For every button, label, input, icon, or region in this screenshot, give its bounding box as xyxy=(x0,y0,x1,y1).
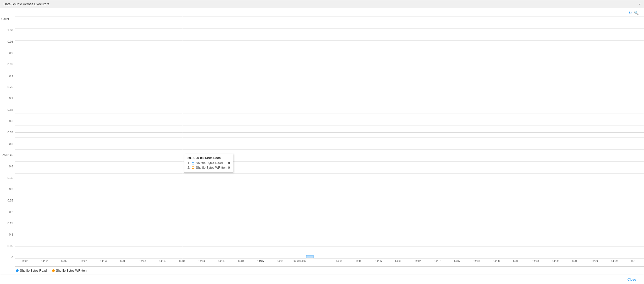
chart-area: ↻ 🔍 Count 1.00 0.95 0.9 0.85 0.8 0.75 0.… xyxy=(0,8,644,275)
tooltip-value-2: 0 xyxy=(228,166,230,170)
x-label: 14:09 xyxy=(565,260,585,263)
grid-line xyxy=(15,198,644,198)
y-label-100: 1.00 xyxy=(8,29,13,32)
grid-line xyxy=(15,101,644,101)
close-icon[interactable]: × xyxy=(639,2,641,6)
grid-line xyxy=(15,137,644,138)
tooltip-dot-orange xyxy=(192,166,194,169)
y-label-090: 0.9 xyxy=(9,52,13,54)
y-label-030: 0.3 xyxy=(9,188,13,191)
y-label-085: 0.85 xyxy=(8,63,13,66)
close-button[interactable]: Close xyxy=(628,277,636,281)
legend-label-read: Shuffle Bytes Read xyxy=(20,269,47,272)
x-label: 14:02 xyxy=(15,260,35,263)
legend-item-written: Shuffle Bytes WRItten xyxy=(52,269,87,272)
tooltip-row-1: 1. Shuffle Bytes Read 0 xyxy=(188,161,230,165)
x-label: 14:02 xyxy=(74,260,93,263)
x-label: 14:08 xyxy=(526,260,546,263)
grid-line xyxy=(15,161,644,162)
y-label-075: 0.75 xyxy=(8,86,13,89)
grid-line xyxy=(15,186,644,186)
zoom-icon[interactable]: 🔍 xyxy=(634,11,639,15)
x-label: 14:05 xyxy=(270,260,290,263)
crosshair-vertical xyxy=(183,16,183,259)
y-label-055: 0.55 xyxy=(8,131,13,134)
y-label-025: 0.25 xyxy=(8,199,13,202)
y-label-005: 0.05 xyxy=(8,245,13,248)
y-label-035: 0.35 xyxy=(8,177,13,179)
tooltip-title: 2018-06-08 14:05 Local xyxy=(188,156,230,160)
chart-main: Count 1.00 0.95 0.9 0.85 0.8 0.75 0.7 0.… xyxy=(0,16,644,267)
x-label: 14:04 xyxy=(172,260,192,263)
x-label: 14:07 xyxy=(428,260,447,263)
tooltip-label-2: Shuffle Bytes WRItten xyxy=(196,166,227,170)
grid-line xyxy=(15,222,644,222)
y-label-060: 0.6 xyxy=(9,120,13,123)
footer-bar: Close xyxy=(0,275,644,284)
grid-line xyxy=(15,77,644,77)
range-selector[interactable] xyxy=(306,255,314,258)
crosshair-horizontal xyxy=(15,133,644,133)
tooltip-row-2: 2. Shuffle Bytes WRItten 0 xyxy=(188,166,230,170)
grid-line xyxy=(15,16,644,17)
grid-line xyxy=(15,125,644,125)
x-label: 14:02 xyxy=(35,260,54,263)
refresh-icon[interactable]: ↻ xyxy=(629,11,632,15)
y-label-000: 0 xyxy=(12,256,13,259)
grid-line xyxy=(15,113,644,113)
grid-line xyxy=(15,210,644,210)
y-label-050: 0.5 xyxy=(9,143,13,145)
tooltip-dot-blue xyxy=(192,162,194,165)
x-axis: 14:02 14:02 14:02 14:02 14:03 14:03 14:0… xyxy=(15,259,644,266)
x-label: 14:03 xyxy=(93,260,113,263)
grid-line xyxy=(15,173,644,174)
y-label-040: 0.4 xyxy=(9,165,13,168)
chart-legend: Shuffle Bytes Read Shuffle Bytes WRItten xyxy=(0,267,644,275)
y-label-065: 0.65 xyxy=(8,108,13,111)
x-label: 14:03 xyxy=(113,260,133,263)
grid-line xyxy=(15,246,644,247)
grid-line xyxy=(15,149,644,150)
grid-line xyxy=(15,40,644,41)
window-title: Data Shuffle Across Executors xyxy=(3,2,49,6)
title-bar: Data Shuffle Across Executors × xyxy=(0,0,644,8)
x-label: 14:04 xyxy=(231,260,251,263)
x-label: 14:09 xyxy=(546,260,565,263)
y-count-label: Count xyxy=(0,18,9,20)
y-label-070: 0.7 xyxy=(9,97,13,100)
y-label-045: 0.461 0.45 xyxy=(8,154,13,157)
x-label: 14:07 xyxy=(408,260,428,263)
grid-line xyxy=(15,234,644,234)
x-label: 14:05 xyxy=(329,260,349,263)
grid-line xyxy=(15,28,644,29)
legend-item-read: Shuffle Bytes Read xyxy=(16,269,47,272)
grid-line xyxy=(15,53,644,53)
tooltip-label-1: Shuffle Bytes Read xyxy=(196,161,223,165)
tooltip-index-2: 2. xyxy=(188,166,190,170)
chart-tooltip: 2018-06-08 14:05 Local 1. Shuffle Bytes … xyxy=(184,154,233,173)
x-label: 14:06 xyxy=(388,260,408,263)
x-label: 14:09 xyxy=(604,260,624,263)
chart-plot[interactable]: 14:02 14:02 14:02 14:02 14:03 14:03 14:0… xyxy=(15,16,644,267)
y-label-095: 0.95 xyxy=(8,40,13,43)
x-label: 5 xyxy=(310,260,329,263)
x-label: 14:08 xyxy=(506,260,526,263)
grid-lines xyxy=(15,16,644,259)
x-label: 06-08 14:05 xyxy=(290,260,310,262)
legend-dot-blue xyxy=(16,269,19,272)
grid-line xyxy=(15,65,644,65)
grid-line xyxy=(15,89,644,89)
y-label-020: 0.2 xyxy=(9,211,13,214)
y-label-010: 0.1 xyxy=(9,233,13,236)
y-axis: Count 1.00 0.95 0.9 0.85 0.8 0.75 0.7 0.… xyxy=(0,16,15,267)
x-label: 14:04 xyxy=(211,260,231,263)
x-label: 14:06 xyxy=(369,260,388,263)
tooltip-value-1: 0 xyxy=(228,161,230,165)
y-label-015: 0.15 xyxy=(8,222,13,225)
tooltip-index-1: 1. xyxy=(188,161,190,165)
x-label: 14:09 xyxy=(585,260,604,263)
x-label: 14:04 xyxy=(192,260,211,263)
chart-toolbar: ↻ 🔍 xyxy=(0,11,644,15)
x-label: 14:08 xyxy=(467,260,487,263)
x-label: 14:02 xyxy=(54,260,74,263)
